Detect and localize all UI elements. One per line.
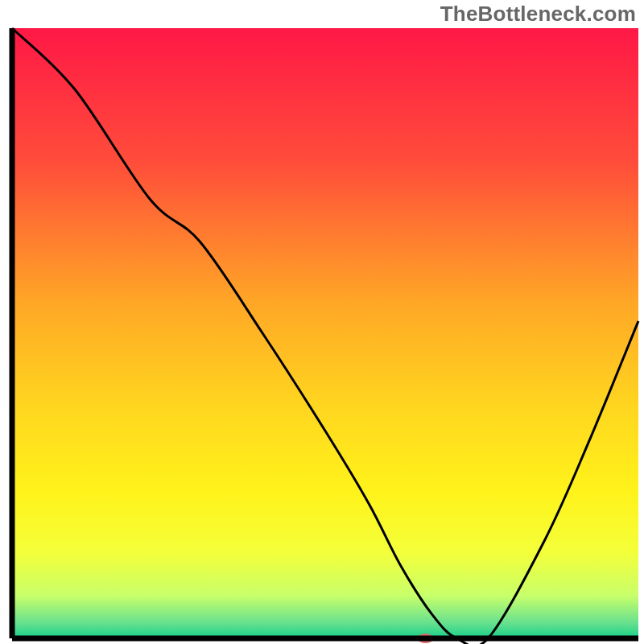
plot-background (12, 28, 638, 638)
bottleneck-chart: TheBottleneck.com (0, 0, 644, 644)
chart-svg (0, 0, 644, 644)
watermark-text: TheBottleneck.com (440, 2, 636, 27)
